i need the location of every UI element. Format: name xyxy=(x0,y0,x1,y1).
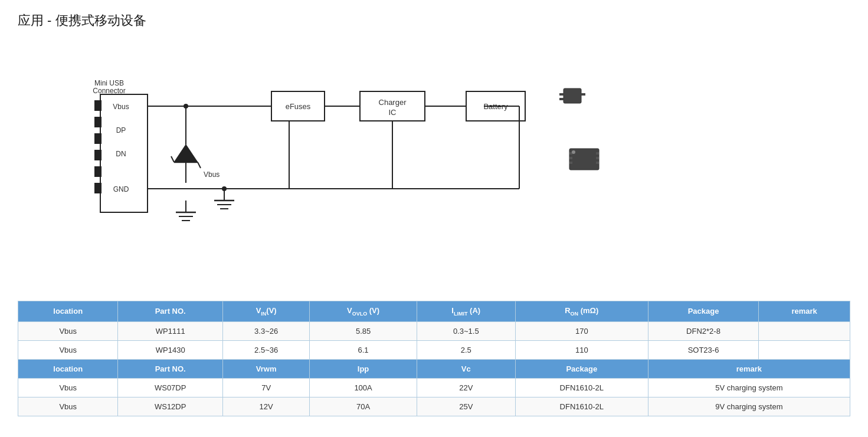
svg-rect-1 xyxy=(94,100,101,111)
circuit-diagram: Mini USB Connector Vbus DP DN GND Vbus xyxy=(18,41,850,289)
col-location: location xyxy=(18,301,118,322)
svg-rect-63 xyxy=(596,162,599,164)
svg-text:Mini USB: Mini USB xyxy=(94,79,124,87)
col-remark: remark xyxy=(759,301,850,322)
col2-package: Package xyxy=(515,359,648,378)
svg-line-20 xyxy=(198,162,201,168)
svg-point-64 xyxy=(572,150,575,154)
col-vovlo: VOVLO (V) xyxy=(310,301,417,322)
page-title: 应用 - 便携式移动设备 xyxy=(18,12,850,29)
svg-rect-2 xyxy=(94,117,101,127)
svg-text:eFuses: eFuses xyxy=(286,102,311,111)
table1-header-row: location Part NO. VIN(V) VOVLO (V) ILIMI… xyxy=(18,301,850,322)
svg-rect-3 xyxy=(94,133,101,144)
svg-rect-51 xyxy=(581,93,585,96)
svg-rect-49 xyxy=(559,93,564,96)
svg-marker-17 xyxy=(174,144,198,162)
svg-text:Vbus: Vbus xyxy=(113,103,129,111)
col2-vc: Vc xyxy=(417,359,515,378)
svg-text:Connector: Connector xyxy=(93,87,125,95)
col2-vrwm: Vrwm xyxy=(222,359,309,378)
svg-text:GND: GND xyxy=(113,185,129,193)
col2-location: location xyxy=(18,359,118,378)
col-package: Package xyxy=(648,301,758,322)
col2-remark: remark xyxy=(648,359,850,378)
col-part-no: Part NO. xyxy=(118,301,223,322)
col-vin: VIN(V) xyxy=(222,301,309,322)
svg-rect-62 xyxy=(596,157,599,159)
table-row: Vbus WP1111 3.3~26 5.85 0.3~1.5 170 DFN2… xyxy=(18,321,850,340)
svg-text:DN: DN xyxy=(116,150,126,158)
col2-part-no: Part NO. xyxy=(118,359,223,378)
svg-rect-59 xyxy=(569,157,572,159)
svg-rect-48 xyxy=(564,88,581,103)
svg-rect-4 xyxy=(94,150,101,160)
svg-rect-61 xyxy=(596,152,599,155)
col2-ipp: Ipp xyxy=(310,359,417,378)
svg-line-19 xyxy=(171,156,174,162)
svg-rect-5 xyxy=(94,166,101,177)
svg-text:Vbus: Vbus xyxy=(204,170,220,179)
svg-text:Charger: Charger xyxy=(379,98,407,107)
table-row: Vbus WP1430 2.5~36 6.1 2.5 110 SOT23-6 xyxy=(18,340,850,359)
svg-text:DP: DP xyxy=(116,126,126,134)
col-ilimit: ILIMIT (A) xyxy=(417,301,515,322)
svg-text:IC: IC xyxy=(389,108,397,117)
svg-rect-50 xyxy=(559,98,564,100)
svg-rect-60 xyxy=(569,162,572,164)
table2-header-row: location Part NO. Vrwm Ipp Vc Package re… xyxy=(18,359,850,378)
table-row: Vbus WS12DP 12V 70A 25V DFN1610-2L 9V ch… xyxy=(18,397,850,416)
table-row: Vbus WS07DP 7V 100A 22V DFN1610-2L 5V ch… xyxy=(18,378,850,397)
efuses-table: location Part NO. VIN(V) VOVLO (V) ILIMI… xyxy=(18,301,850,416)
col-ron: RON (mΩ) xyxy=(515,301,648,322)
svg-rect-6 xyxy=(94,183,101,193)
